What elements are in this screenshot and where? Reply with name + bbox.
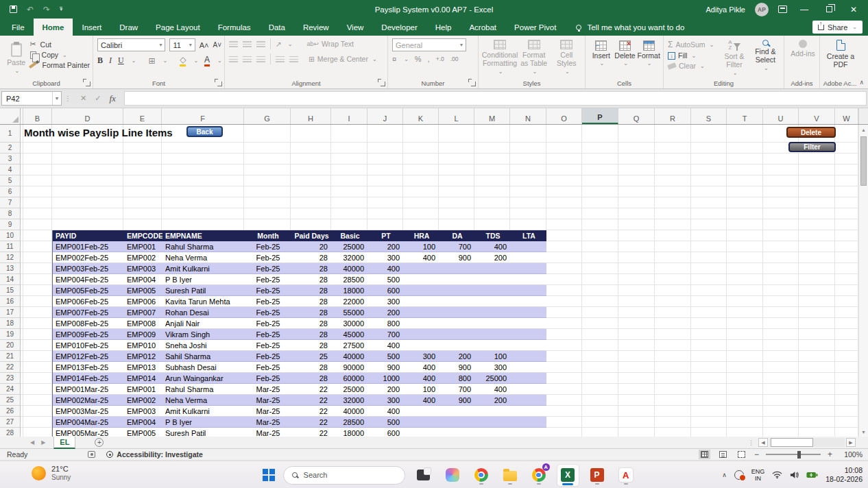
table-cell[interactable] — [404, 329, 439, 339]
table-cell[interactable] — [511, 252, 547, 263]
italic-button[interactable]: I — [109, 56, 112, 66]
macro-record-icon[interactable] — [88, 451, 95, 458]
table-cell[interactable]: 300 — [475, 362, 511, 372]
table-cell[interactable]: EMP006Feb-25 — [53, 296, 124, 306]
row-header-6[interactable]: 6 — [0, 186, 20, 197]
format-cells-button[interactable]: Format⌄ — [637, 38, 660, 77]
table-cell[interactable]: 32000 — [332, 395, 368, 405]
avatar[interactable]: AP — [755, 3, 769, 16]
table-cell[interactable]: 400 — [368, 263, 404, 273]
table-cell[interactable]: Mar-25 — [245, 395, 291, 405]
table-cell[interactable]: EMP003Mar-25 — [53, 406, 124, 416]
decrease-decimal-icon[interactable]: .00 — [450, 56, 459, 62]
zoom-in-button[interactable]: + — [828, 450, 832, 459]
shrink-font-button[interactable]: A˅ — [213, 41, 221, 49]
row-header-27[interactable]: 27 — [0, 417, 20, 428]
tab-acrobat[interactable]: Acrobat — [460, 19, 505, 36]
column-header-T[interactable]: T — [727, 108, 763, 124]
table-row[interactable]: EMP004Mar-25EMP004P B IyerMar-2522285005… — [53, 417, 546, 428]
table-cell[interactable]: EMP004 — [124, 417, 162, 427]
page-layout-view-button[interactable] — [717, 450, 729, 459]
new-sheet-icon[interactable]: + — [95, 438, 104, 447]
scroll-down-icon[interactable]: ▼ — [859, 427, 868, 437]
table-cell[interactable]: EMP010 — [124, 340, 162, 350]
table-cell[interactable]: EMP005 — [124, 285, 162, 295]
paste-button[interactable]: Paste⌄ — [4, 38, 29, 78]
table-cell[interactable]: 500 — [368, 417, 404, 427]
scroll-up-icon[interactable]: ▲ — [859, 125, 868, 134]
share-button[interactable]: Share ⌄ — [812, 21, 863, 34]
table-cell[interactable]: 400 — [475, 384, 511, 394]
table-cell[interactable] — [511, 329, 547, 339]
zoom-out-button[interactable]: − — [754, 450, 759, 459]
cancel-formula-icon[interactable]: ✕ — [80, 94, 86, 103]
increase-indent-icon[interactable] — [289, 56, 298, 62]
table-cell[interactable] — [404, 263, 439, 273]
table-cell[interactable]: 28 — [291, 252, 332, 263]
table-cell[interactable]: EMP005Feb-25 — [53, 285, 124, 295]
table-cell[interactable]: 700 — [439, 384, 475, 394]
row-header-15[interactable]: 15 — [0, 285, 20, 296]
account-name[interactable]: Aditya Pikle — [706, 5, 745, 14]
table-row[interactable]: EMP012Feb-25EMP012Sahil SharmaFeb-252540… — [53, 351, 546, 362]
collapse-ribbon-icon[interactable]: ∧ — [859, 79, 864, 86]
table-cell[interactable]: EMP002 — [124, 252, 162, 263]
table-cell[interactable]: Feb-25 — [245, 252, 291, 263]
fill-button[interactable]: ↓Fill⌄ — [668, 51, 719, 60]
table-cell[interactable]: 18000 — [332, 285, 368, 295]
tab-review[interactable]: Review — [294, 19, 338, 36]
column-header-F[interactable]: F — [162, 108, 244, 124]
column-header-R[interactable]: R — [655, 108, 691, 124]
table-cell[interactable]: Mar-25 — [245, 384, 291, 394]
cell-styles-button[interactable]: Cell Styles⌄ — [551, 38, 583, 77]
table-cell[interactable] — [475, 406, 511, 416]
table-cell[interactable] — [404, 318, 439, 328]
undo-icon[interactable]: ↶ — [27, 5, 34, 14]
column-header-U[interactable]: U — [763, 108, 799, 124]
table-cell[interactable] — [439, 428, 475, 437]
increase-decimal-icon[interactable]: +.0 — [436, 56, 444, 62]
table-cell[interactable] — [475, 329, 511, 339]
table-row[interactable]: EMP014Feb-25EMP014Arun WaingankarFeb-252… — [53, 373, 546, 384]
column-header-G[interactable]: G — [244, 108, 291, 124]
tell-me-box[interactable]: Tell me what you want to do — [576, 19, 684, 36]
next-sheet-icon[interactable]: ▶ — [41, 439, 45, 446]
align-top-icon[interactable] — [229, 41, 238, 47]
table-cell[interactable]: 800 — [368, 318, 404, 328]
zoom-slider-thumb[interactable] — [797, 451, 801, 459]
table-cell[interactable]: EMP001 — [124, 384, 162, 394]
page-break-view-button[interactable] — [736, 450, 747, 459]
table-cell[interactable]: 28 — [291, 329, 332, 339]
table-cell[interactable]: 300 — [368, 296, 404, 306]
table-cell[interactable]: Neha Verma — [162, 252, 245, 263]
table-cell[interactable]: 900 — [368, 362, 404, 372]
row-header-10[interactable]: 10 — [0, 230, 20, 241]
table-cell[interactable]: Mar-25 — [245, 428, 291, 437]
table-cell[interactable]: Rahul Sharma — [162, 241, 245, 252]
table-cell[interactable] — [511, 241, 547, 252]
save-icon[interactable] — [10, 5, 17, 13]
table-cell[interactable]: EMP004Mar-25 — [53, 417, 124, 427]
table-cell[interactable]: 22 — [291, 406, 332, 416]
restore-button[interactable] — [821, 4, 836, 14]
table-cell[interactable]: 22 — [291, 428, 332, 437]
column-header-P[interactable]: P — [582, 108, 618, 124]
tab-page-layout[interactable]: Page Layout — [147, 19, 209, 36]
table-cell[interactable]: Amit Kulkarni — [162, 406, 245, 416]
percent-style-icon[interactable]: % — [415, 55, 422, 63]
table-row[interactable]: EMP002Mar-25EMP002Neha VermaMar-25223200… — [53, 395, 546, 406]
table-cell[interactable] — [404, 417, 439, 427]
taskbar-search[interactable]: Search — [283, 466, 405, 485]
table-cell[interactable]: 28 — [291, 362, 332, 372]
decrease-indent-icon[interactable] — [276, 56, 285, 62]
table-cell[interactable]: EMP005Mar-25 — [53, 428, 124, 437]
back-button[interactable]: Back — [186, 126, 223, 137]
row-header-20[interactable]: 20 — [0, 340, 20, 351]
table-cell[interactable]: Rahul Sharma — [162, 384, 245, 394]
table-cell[interactable]: 200 — [439, 351, 475, 361]
table-cell[interactable]: EMP002 — [124, 395, 162, 405]
table-cell[interactable] — [404, 340, 439, 350]
row-header-25[interactable]: 25 — [0, 395, 20, 406]
powerpoint-icon[interactable]: P — [587, 465, 607, 485]
battery-icon[interactable] — [806, 472, 818, 478]
